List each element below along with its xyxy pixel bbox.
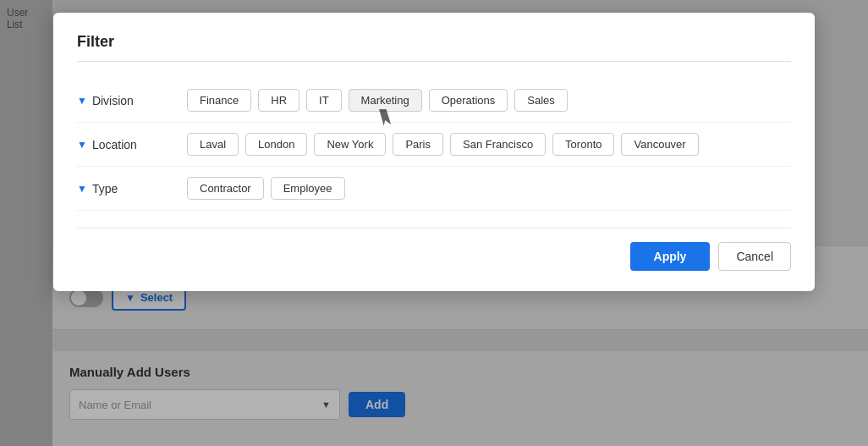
type-chip-employee[interactable]: Employee bbox=[271, 177, 345, 200]
location-chip-sanfrancisco[interactable]: San Francisco bbox=[450, 133, 546, 156]
modal-title: Filter bbox=[77, 33, 791, 62]
apply-button[interactable]: Apply bbox=[630, 242, 711, 271]
division-chip-finance[interactable]: Finance bbox=[187, 89, 251, 112]
division-chip-marketing[interactable]: Marketing bbox=[349, 89, 422, 112]
division-chevron-icon: ▼ bbox=[77, 95, 87, 107]
location-chip-paris[interactable]: Paris bbox=[393, 133, 443, 156]
location-options: Laval London New York Paris San Francisc… bbox=[187, 133, 699, 156]
location-label-col: ▼ Location bbox=[77, 138, 187, 151]
modal-overlay: Filter ▼ Division Finance HR IT Marketin… bbox=[0, 0, 868, 446]
division-chip-operations[interactable]: Operations bbox=[429, 89, 508, 112]
location-label: Location bbox=[92, 138, 137, 151]
division-row: ▼ Division Finance HR IT Marketing Opera… bbox=[77, 79, 791, 123]
type-chevron-icon: ▼ bbox=[77, 183, 87, 195]
division-chip-it[interactable]: IT bbox=[306, 89, 342, 112]
division-chip-sales[interactable]: Sales bbox=[514, 89, 568, 112]
location-chip-laval[interactable]: Laval bbox=[187, 133, 239, 156]
location-chip-toronto[interactable]: Toronto bbox=[552, 133, 614, 156]
type-chip-contractor[interactable]: Contractor bbox=[187, 177, 264, 200]
type-row: ▼ Type Contractor Employee bbox=[77, 167, 791, 211]
type-label-col: ▼ Type bbox=[77, 182, 187, 195]
location-chip-london[interactable]: London bbox=[245, 133, 307, 156]
modal-footer: Apply Cancel bbox=[77, 228, 791, 271]
division-label: Division bbox=[92, 94, 134, 107]
division-options: Finance HR IT Marketing Operations Sales bbox=[187, 89, 568, 112]
cancel-button[interactable]: Cancel bbox=[718, 242, 791, 271]
type-options: Contractor Employee bbox=[187, 177, 345, 200]
location-chip-vancouver[interactable]: Vancouver bbox=[621, 133, 698, 156]
location-chevron-icon: ▼ bbox=[77, 139, 87, 151]
location-chip-newyork[interactable]: New York bbox=[314, 133, 386, 156]
division-chip-hr[interactable]: HR bbox=[258, 89, 299, 112]
type-label: Type bbox=[92, 182, 118, 195]
division-label-col: ▼ Division bbox=[77, 94, 187, 107]
location-row: ▼ Location Laval London New York Paris S… bbox=[77, 123, 791, 167]
filter-modal: Filter ▼ Division Finance HR IT Marketin… bbox=[53, 13, 815, 291]
